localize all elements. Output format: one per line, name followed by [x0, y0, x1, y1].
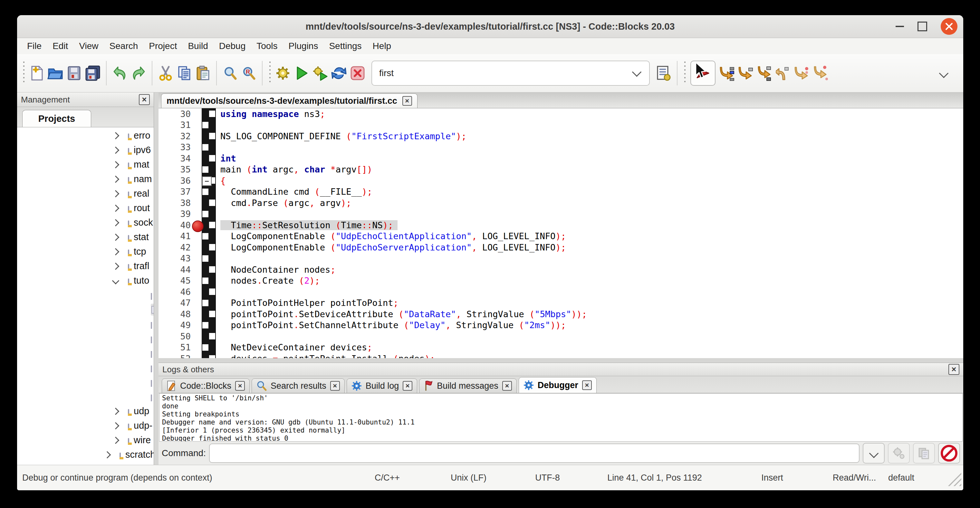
editor-margin[interactable]	[202, 220, 216, 231]
tree-item-sock[interactable]: sock	[17, 215, 154, 230]
new-file-button[interactable]	[27, 62, 46, 85]
line-number[interactable]: 46	[159, 287, 202, 297]
tree-item-nam[interactable]: nam	[17, 172, 154, 186]
tab-projects[interactable]: Projects	[22, 110, 91, 127]
menu-help[interactable]: Help	[367, 41, 397, 51]
line-number[interactable]: 42	[159, 242, 202, 252]
chevron-collapsed-icon[interactable]	[112, 233, 119, 241]
save-all-button[interactable]	[83, 62, 102, 85]
chevron-collapsed-icon[interactable]	[112, 190, 119, 197]
tree-item-six[interactable]: six	[17, 375, 154, 389]
log-tab-code-blocks[interactable]: Code::Blocks✕	[162, 378, 250, 393]
editor-tab-close-button[interactable]: ✕	[402, 96, 412, 106]
debug-tools-button[interactable]	[888, 443, 910, 463]
close-button[interactable]	[941, 18, 958, 35]
chevron-expanded-icon[interactable]	[112, 277, 119, 284]
tree-item-se[interactable]: se	[17, 360, 154, 375]
menu-search[interactable]: Search	[104, 41, 144, 51]
run-button[interactable]	[292, 62, 311, 85]
step-out-button[interactable]	[773, 62, 792, 85]
debugger-output[interactable]: Setting SHELL to '/bin/sh'doneSetting br…	[159, 393, 963, 442]
build-target-select[interactable]: first	[371, 61, 650, 86]
editor-margin[interactable]	[202, 142, 216, 153]
tree-item-th[interactable]: th	[17, 389, 154, 404]
line-number[interactable]: 38	[159, 198, 202, 208]
debug-continue-button[interactable]	[690, 61, 716, 86]
copy-button[interactable]	[175, 62, 194, 85]
log-tab-close-button[interactable]: ✕	[330, 381, 340, 391]
maximize-button[interactable]	[918, 22, 927, 31]
tree-item-rout[interactable]: rout	[17, 201, 154, 215]
editor-margin[interactable]	[202, 253, 216, 264]
editor-margin[interactable]	[202, 298, 216, 309]
undo-button[interactable]	[110, 62, 129, 85]
tree-item-wire[interactable]: wire	[17, 433, 154, 447]
code-editor[interactable]: 30using namespace ns3;3132NS_LOG_COMPONE…	[159, 108, 963, 358]
run-to-cursor-button[interactable]	[718, 62, 736, 85]
editor-margin[interactable]	[202, 131, 216, 142]
tree-item-real[interactable]: real	[17, 186, 154, 201]
line-number[interactable]: 45	[159, 275, 202, 286]
line-number[interactable]: 32	[159, 131, 202, 141]
menu-plugins[interactable]: Plugins	[283, 41, 324, 51]
chevron-collapsed-icon[interactable]	[112, 161, 119, 168]
editor-margin[interactable]	[202, 186, 216, 197]
menu-debug[interactable]: Debug	[213, 41, 251, 51]
editor-margin[interactable]	[202, 242, 216, 253]
chevron-collapsed-icon[interactable]	[112, 219, 119, 226]
line-number[interactable]: 41	[159, 231, 202, 241]
open-file-button[interactable]	[46, 62, 65, 85]
editor-margin[interactable]	[202, 331, 216, 342]
line-number[interactable]: 37	[159, 186, 202, 197]
tree-item-mat[interactable]: mat	[17, 157, 154, 172]
chevron-collapsed-icon[interactable]	[112, 147, 119, 154]
editor-margin[interactable]	[202, 342, 216, 353]
chevron-collapsed-icon[interactable]	[112, 263, 119, 270]
log-tab-build-log[interactable]: Build log✕	[347, 378, 417, 393]
tree-item-udp[interactable]: udp	[17, 404, 154, 419]
find-button[interactable]	[221, 62, 239, 85]
step-into-instruction-button[interactable]	[811, 62, 830, 85]
line-number[interactable]: 51	[159, 342, 202, 352]
line-number[interactable]: 31	[159, 120, 202, 130]
log-tab-debugger[interactable]: Debugger✕	[519, 377, 597, 393]
chevron-collapsed-icon[interactable]	[112, 436, 119, 444]
build-and-run-button[interactable]	[311, 62, 329, 85]
line-number[interactable]: 43	[159, 253, 202, 263]
compile-button[interactable]	[274, 62, 292, 85]
management-close-button[interactable]: ✕	[139, 94, 150, 105]
tree-item-tuto[interactable]: tuto	[17, 273, 154, 288]
menu-view[interactable]: View	[73, 41, 104, 51]
tree-item-udp-[interactable]: udp-	[17, 419, 154, 433]
log-tab-close-button[interactable]: ✕	[403, 381, 412, 391]
line-number[interactable]: 50	[159, 331, 202, 341]
minimize-button[interactable]	[896, 26, 904, 27]
editor-margin[interactable]	[202, 231, 216, 242]
tree-item-erro[interactable]: erro	[17, 128, 154, 143]
editor-margin[interactable]	[202, 153, 216, 164]
menu-project[interactable]: Project	[143, 41, 182, 51]
toolbar-overflow-button[interactable]	[934, 62, 953, 85]
resize-grip[interactable]	[945, 469, 961, 486]
editor-margin[interactable]	[202, 119, 216, 131]
tree-item-tcp[interactable]: tcp	[17, 244, 154, 259]
command-history-button[interactable]	[863, 443, 885, 463]
log-tab-build-messages[interactable]: Build messages✕	[419, 378, 517, 393]
paste-button[interactable]	[194, 62, 212, 85]
next-line-button[interactable]	[736, 62, 755, 85]
tree-item-trafl[interactable]: trafl	[17, 259, 154, 273]
editor-margin[interactable]	[202, 320, 216, 331]
stop-debugger-button[interactable]	[938, 443, 960, 463]
line-number[interactable]: 52	[159, 354, 202, 358]
tree-item-fir[interactable]: fir	[17, 303, 154, 317]
redo-button[interactable]	[129, 62, 148, 85]
horizontal-splitter[interactable]	[159, 358, 963, 363]
line-number[interactable]: 47	[159, 298, 202, 308]
toolbar-grip[interactable]	[683, 62, 687, 85]
chevron-collapsed-icon[interactable]	[112, 422, 119, 429]
tree-item-fif[interactable]: fif	[17, 288, 154, 303]
menu-tools[interactable]: Tools	[251, 41, 283, 51]
menu-file[interactable]: File	[22, 41, 47, 51]
chevron-collapsed-icon[interactable]	[112, 408, 119, 415]
editor-tab-first-cc[interactable]: mnt/dev/tools/source/ns-3-dev/examples/t…	[161, 94, 417, 108]
